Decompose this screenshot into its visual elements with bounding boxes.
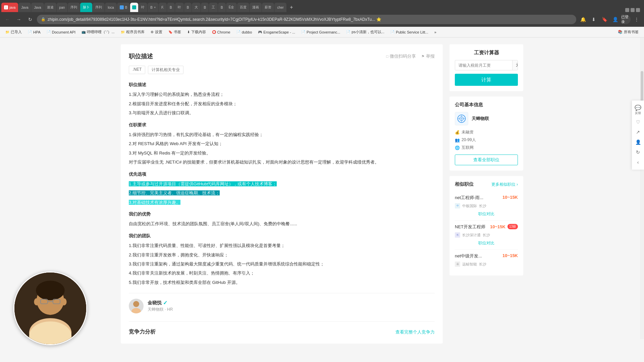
refresh-icon[interactable]: ↻ [633,147,643,157]
bookmark-public[interactable]: 📄 Public Service Litt... [388,29,431,35]
tab-b6[interactable]: B [201,3,209,12]
bookmark-hpa[interactable]: 📄 HPA [25,29,43,35]
tab-seq2[interactable]: 序列 [93,3,105,12]
heart-icon[interactable]: ♡ [633,117,643,127]
bookmark-ps[interactable]: 📄 ps小清新，也可以... [343,28,387,36]
report-action[interactable]: ⚑ 举报 [421,53,435,59]
company-name-text: 天蝉物联 [472,116,489,122]
tab-b1[interactable]: B [117,3,130,12]
share-icon[interactable]: ↗ [633,127,643,137]
wechat-share-action[interactable]: □ 微信扫码分享 [386,53,416,59]
bookmark-project[interactable]: 📄 Project Governanc... [299,29,343,35]
extension-icon-4[interactable]: 👤 [610,15,620,24]
bookmark-dubbo[interactable]: 📄 dubbo [234,29,255,35]
team-item-2: 2.我们非常注重开发效率，拥抱变化、开快速响应； [129,251,435,259]
tab-da[interactable]: 大 [192,3,201,12]
tab-java3[interactable]: Java [31,3,44,12]
similar-job-title-3[interactable]: net中级开发... [455,253,482,259]
extension-icon-1[interactable]: 🔔 [578,15,588,24]
tab-seq1[interactable]: 序列 [68,3,80,12]
similar-job-title-2[interactable]: NET开发工程师 [455,224,485,230]
user-icon[interactable]: 👤 [633,137,643,147]
req-item-2: 2.对 RESTful 风格的 Web API 开发有一定认知； [129,140,435,147]
maximize-button[interactable] [631,8,635,12]
tab-f[interactable]: F. [159,3,167,12]
bookmark-all[interactable]: 📚 所有书签 [615,28,641,36]
list-item: NET开发工程师 10~15K 13薪 长 长沙深计通 长沙 职位对比 [455,221,518,250]
job-description-content: 职位描述 1.深入学习理解公司的系统架构，熟悉业务流程； 2.根据项目开发进度和… [129,81,435,286]
salary-calculator: 工资计算器 元 计算 [449,44,523,91]
tab-ye[interactable]: 叶 [175,3,184,12]
tab-xinzi[interactable]: 薪资 [262,3,274,12]
tab-loca[interactable]: loca [105,3,116,12]
tab-zhipin-active[interactable] [130,3,138,12]
compare-link-1[interactable]: 职位对比 [455,211,518,217]
team-item-3: 3.我们非常注重架构，通过架构最大限度减少重复代码、统一代码质量并增强系统综合性… [129,260,435,268]
tab-pulse[interactable]: 脉卜 [80,3,92,12]
req-label: 任职要求 [129,121,435,129]
bookmark-docapi[interactable]: 📄 Document API [44,29,78,35]
tab-b5[interactable]: B [184,3,192,12]
bookmark-bookmarks[interactable]: 🔖 书签 [166,28,184,36]
bookmark-settings[interactable]: ⚙ 设置 [148,28,165,36]
menu-button[interactable]: ⋮ [632,15,641,24]
bookmark-more[interactable]: » [432,29,439,35]
tab-b7[interactable]: B [218,3,226,12]
page-content: 职位描述 □ 微信扫码分享 ⚑ 举报 .NET [0,38,644,353]
preferred-item-3: 3.对基础技术有浓厚兴趣。 [129,198,435,206]
job-city-2: 长沙 [483,233,490,238]
back-button[interactable]: ← [3,15,12,24]
bookmark-books[interactable]: 📁 程序员书库 [118,28,147,36]
extension-icon-2[interactable]: ⬇ [589,15,598,24]
tab-equan[interactable]: E全 [226,3,237,12]
similar-job-title-1[interactable]: net工程师-雨... [455,195,483,201]
hr-name-row: 金晓悦 ✓ [148,300,173,306]
tab-pan[interactable]: pan [57,3,68,12]
tab-java2[interactable]: Java [18,3,31,12]
competition-link[interactable]: 查看完整个人竞争力 [395,329,435,335]
tab-manhua[interactable]: 漫画 [250,3,262,12]
team-item-1: 1.我们非常注重代码质量、性能佳、可读性好、扩展性强以及模块化是首要考量； [129,242,435,249]
tab-java1[interactable]: j java [1,3,18,12]
compare-link-2[interactable]: 职位对比 [455,240,518,246]
page-title: 职位描述 [129,52,153,60]
tab-baidu[interactable]: 百度 [237,3,249,12]
arrow-icon[interactable]: ‹ [633,158,643,167]
toolbar-icons: 🔔 ⬇ 🔖 👤 已登录 ⋮ [578,15,641,24]
calculate-button[interactable]: 计算 [455,74,518,86]
bookmark-chrome[interactable]: ⭕ Chrome [209,29,233,35]
tab-b3[interactable]: B × [148,3,158,12]
feedback-icon[interactable]: 💬 反馈 [633,103,643,117]
tab-b2[interactable]: 叶 [139,3,147,12]
bookmark-downloads[interactable]: ⬇ 下载内容 [184,28,209,36]
similar-job-meta-2: 长 长沙深计通 长沙 [455,232,518,238]
team-label: 我们的团队 [129,232,435,240]
tab-cher[interactable]: cher [274,3,286,12]
profile-icon[interactable]: 已登录 [621,15,631,24]
tab-gong[interactable]: 工 [209,3,218,12]
hr-avatar [129,299,144,313]
competition-title: 竞争力分析 [129,328,156,336]
salary-input-row: 元 [455,60,518,70]
tab-b4[interactable]: B [167,3,175,12]
forward-button[interactable]: → [14,15,23,24]
funding-icon: 💰 [455,130,460,135]
bookmark-eroscape[interactable]: 🎮 ErogameScape - ... [255,29,298,35]
list-item: net中级开发... 10~15K 远 远鲸智能 长沙 [455,250,518,270]
salary-input[interactable] [455,61,512,70]
scrollbar[interactable] [640,38,644,339]
similar-jobs-section: 相似职位 更多相似职位 › net工程师-雨... 10~15K 中 中板国际 [449,176,523,276]
minimize-button[interactable] [625,8,629,12]
funding-text: 未融资 [462,129,474,135]
extension-icon-3[interactable]: 🔖 [600,15,609,24]
view-all-jobs-button[interactable]: 查看全部职位 [455,155,518,165]
bookmark-bilibili[interactable]: 📺 哔哩哔哩（'·'）... [79,28,117,36]
tab-mitu[interactable]: 迷途 [44,3,56,12]
new-tab-button[interactable]: + [287,3,296,12]
address-bar[interactable]: 🔒 zhipin.com/job_detail/84793089d24103ec… [37,15,576,24]
similar-more-link[interactable]: 更多相似职位 › [491,182,518,187]
bookmark-imported[interactable]: 📁 已导入 [3,28,24,36]
similar-job-meta-3: 远 远鲸智能 长沙 [455,261,518,267]
close-button[interactable] [636,8,640,12]
reload-button[interactable]: ↻ [25,15,35,24]
